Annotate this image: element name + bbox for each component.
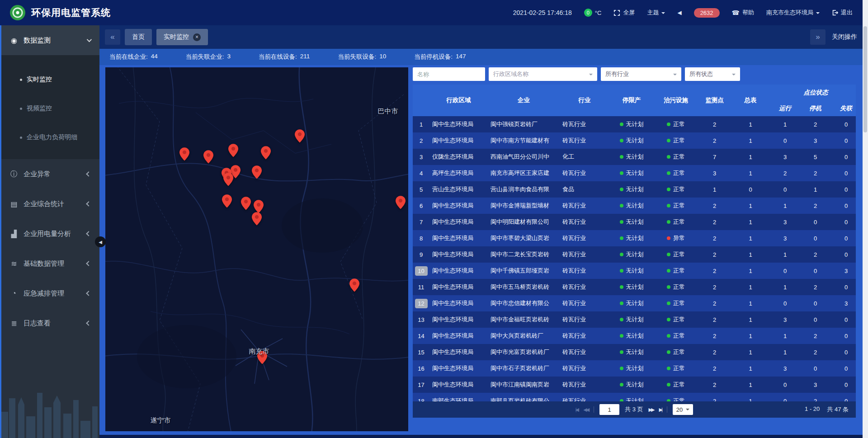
close-tab-icon[interactable] [193,33,201,41]
sidebar-item-basic-data[interactable]: ≋ 基础数据管理 [0,249,99,278]
page-number-input[interactable] [599,404,619,415]
map-pin[interactable] [222,194,232,210]
table-row[interactable]: 10 阆中生态环境局 阆中千佛镇五郎垭页岩 砖瓦行业 无计划 正常 2 1 0 … [413,263,856,279]
industry-select[interactable]: 所有行业 [601,67,681,81]
table-row[interactable]: 17 阆中生态环境局 阆中市江南镇阆南页岩 砖瓦行业 无计划 正常 2 1 0 … [413,377,856,393]
sidebar-item-emergency-reduction[interactable]: ◔ 应急减排管理 [0,278,99,308]
cell-running-count: 0 [783,300,787,307]
cell-stopped-count: 0 [814,235,817,242]
cell-monitor-count: 3 [713,170,716,177]
stat-item: 当前在线设备: 211 [259,53,310,61]
map-pin[interactable] [179,147,189,163]
tabs-scroll-right-button[interactable]: » [810,29,826,45]
page-size-value: 20 [676,406,683,413]
chevron-left-icon [86,171,91,176]
map-pin[interactable] [228,144,238,159]
table-row[interactable]: 16 阆中生态环境局 阆中市石子页岩机砖厂 砖瓦行业 无计划 正常 2 1 3 … [413,360,856,377]
status-select[interactable]: 所有状态 [685,67,740,81]
table-row[interactable]: 12 阆中生态环境局 阆中市忠信建材有限公 砖瓦行业 无计划 正常 2 1 0 … [413,295,856,311]
tab-home[interactable]: 首页 [125,29,152,45]
cell-monitor-count: 2 [713,251,716,258]
phone-icon [732,9,740,16]
status-dot-icon [667,236,670,240]
status-dot-icon [667,318,670,321]
organization-dropdown[interactable]: 南充市生态环境局 [766,9,820,17]
prev-page-button[interactable]: ◀◀ [583,407,588,413]
help-button[interactable]: 帮助 [732,9,754,17]
cell-meter-count: 1 [749,316,752,323]
cell-monitor-count: 2 [713,219,716,226]
fullscreen-button[interactable]: 全屏 [613,9,635,17]
page-size-select[interactable]: 20 [673,404,693,415]
table-row[interactable]: 11 阆中生态环境局 阆中市五马桥页岩机砖 砖瓦行业 无计划 正常 2 1 1 … [413,279,856,295]
sidebar-item-power-analysis[interactable]: ▟ 企业用电量分析 [0,219,99,249]
collapse-panel-button[interactable] [95,236,106,247]
chevron-down-icon [816,12,820,16]
app-header: 环保用电监管系统 2021-02-25 17:46:18 0 °C 全屏 主题 … [0,0,863,25]
sound-icon[interactable] [677,9,681,16]
row-number: 15 [417,349,426,356]
table-row[interactable]: 5 营山生态环境局 营山县润丰肉食品有限 食品 无计划 正常 1 0 0 1 0 [413,181,856,198]
table-row[interactable]: 2 阆中生态环境局 阆中市南方节能建材有 砖瓦行业 无计划 正常 2 1 0 3… [413,132,856,149]
next-page-button[interactable]: ▶▶ [649,407,654,413]
map-pin[interactable] [252,165,262,181]
column-header-point-status: 点位状态 [770,85,856,100]
table-row[interactable]: 6 阆中生态环境局 阆中市金博瑞新型墙材 砖瓦行业 无计划 正常 2 1 1 2… [413,198,856,214]
first-page-button[interactable]: |◀ [576,407,578,413]
table-row[interactable]: 18 南部生态环境局 南部县页岩机砖有限公 砖瓦行业 无计划 正常 2 1 0 … [413,393,856,401]
cell-company: 阆中市忠信建材有限公 [491,300,549,306]
map-pin[interactable] [252,212,262,227]
cell-facility-status: 正常 [667,283,685,291]
chevron-down-icon [589,74,593,77]
table-row[interactable]: 8 阆中生态环境局 阆中市枣碧大梁山页岩 砖瓦行业 无计划 异常 2 1 3 0… [413,230,856,246]
table-row[interactable]: 7 阆中生态环境局 阆中明阳建材有限公司 砖瓦行业 无计划 正常 2 1 3 0… [413,214,856,230]
temperature-badge: 0 [584,9,592,17]
table-row[interactable]: 9 阆中生态环境局 阆中市二龙长宝页岩砖 砖瓦行业 无计划 正常 2 1 1 2… [413,246,856,263]
table-row[interactable]: 13 阆中生态环境局 阆中市金福旺页岩机砖 砖瓦行业 无计划 正常 2 1 3 … [413,311,856,328]
map-pin[interactable] [349,278,359,294]
map-canvas[interactable]: 巴中市 南充市 遂宁市 [105,67,408,431]
map-pin[interactable] [241,197,251,212]
submenu-item-label: 实时监控 [27,75,52,84]
cell-region: 阆中生态环境局 [432,365,473,372]
tab-realtime-monitoring[interactable]: 实时监控 [156,29,208,45]
location-pin-icon [179,147,189,161]
table-row[interactable]: 15 阆中生态环境局 阆中市光富页岩机砖厂 砖瓦行业 无计划 正常 2 1 1 … [413,344,856,360]
cell-company: 西南油气田分公司川中 [491,153,549,160]
cell-stopped-count: 1 [814,186,817,193]
map-pin[interactable] [223,173,233,188]
sidebar-item-video-monitoring[interactable]: 视频监控 [0,94,99,123]
tabs-scroll-left-button[interactable]: « [105,29,120,45]
table-row[interactable]: 3 仪陇生态环境局 西南油气田分公司川中 化工 无计划 正常 7 1 3 5 0 [413,149,856,165]
theme-label: 主题 [647,9,659,17]
table-row[interactable]: 1 阆中生态环境局 阆中强锐页岩砖厂 砖瓦行业 无计划 正常 2 1 1 2 0 [413,116,856,132]
alert-count-badge[interactable]: 2632 [694,8,720,18]
stat-item: 当前失联设备: 10 [338,53,386,61]
dashboard-icon: ◉ [9,36,19,45]
table-row[interactable]: 14 阆中生态环境局 阆中大兴页岩机砖厂 砖瓦行业 无计划 正常 2 1 1 2… [413,328,856,344]
scrollbar[interactable] [863,0,868,438]
last-page-button[interactable]: ▶| [659,407,661,413]
green-dot-icon [620,383,623,386]
theme-dropdown[interactable]: 主题 [647,9,665,17]
sidebar-item-company-statistics[interactable]: ▤ 企业综合统计 [0,189,99,219]
map-pin[interactable] [261,146,271,161]
status-dot-icon [667,301,670,305]
logout-button[interactable]: 退出 [832,9,853,17]
close-operations-button[interactable]: 关闭操作 [832,33,857,41]
sidebar-item-power-load-detail[interactable]: 企业电力负荷明细 [0,123,99,152]
table-row[interactable]: 4 高坪生态环境局 南充市高坪区王家店建 砖瓦行业 无计划 正常 3 1 2 2… [413,165,856,181]
name-search-input[interactable] [413,67,485,81]
map-pin[interactable] [203,150,213,165]
sidebar-item-company-abnormal[interactable]: ⓘ 企业异常 [0,159,99,189]
map-pin[interactable] [396,196,406,211]
scrollbar-thumb[interactable] [863,26,867,132]
chevron-left-icon [86,231,91,236]
map-pin[interactable] [295,129,305,145]
cell-monitor-count: 2 [713,398,716,402]
sidebar-item-data-monitoring[interactable]: ◉ 数据监测 [0,25,99,55]
sidebar-item-log-view[interactable]: ≣ 日志查看 [0,308,99,338]
sidebar-item-realtime-monitoring[interactable]: 实时监控 [0,65,99,94]
region-select[interactable]: 行政区域名称 [489,67,597,81]
cell-monitor-count: 2 [713,203,716,209]
